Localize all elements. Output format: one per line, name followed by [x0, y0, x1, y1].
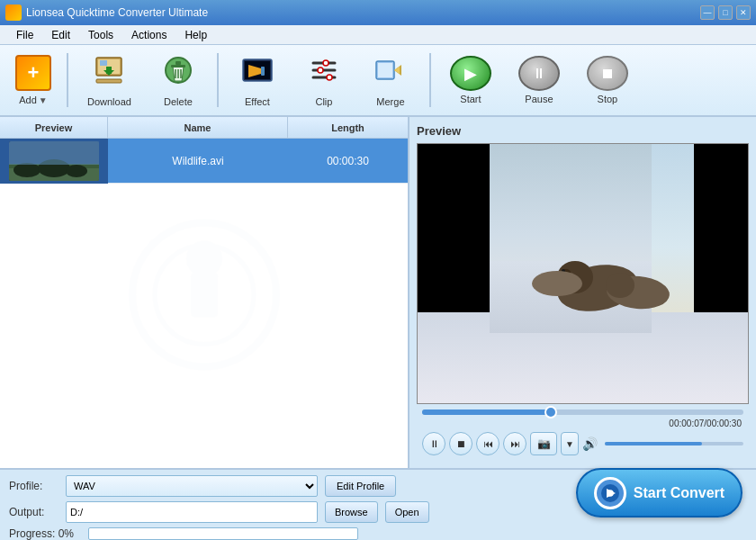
- rewind-button[interactable]: ⏮: [476, 432, 500, 455]
- pause-icon: ⏸: [518, 56, 560, 91]
- svg-point-44: [532, 271, 582, 296]
- video-preview: [417, 143, 749, 404]
- seek-bar[interactable]: [422, 410, 743, 415]
- main-content: Preview Name Length: [0, 117, 756, 468]
- pause-button[interactable]: ⏸ Pause: [507, 50, 572, 111]
- col-header-name: Name: [108, 117, 288, 139]
- svg-rect-35: [9, 141, 99, 165]
- download-icon: [93, 54, 125, 93]
- menu-help[interactable]: Help: [176, 27, 216, 43]
- file-list-body: Wildlife.avi 00:00:30: [0, 139, 408, 468]
- svg-rect-7: [171, 65, 185, 68]
- progress-row: Progress: 0%: [9, 527, 747, 540]
- profile-select[interactable]: WAV: [66, 475, 318, 497]
- open-button[interactable]: Open: [385, 501, 429, 523]
- toolbar-divider-3: [429, 53, 431, 107]
- stop-playback-button[interactable]: ⏹: [449, 432, 472, 455]
- watermark: [114, 205, 294, 402]
- clip-icon: [308, 54, 340, 93]
- svg-point-20: [323, 60, 328, 66]
- pause-label: Pause: [525, 94, 553, 104]
- start-button[interactable]: ▶ Start: [438, 50, 503, 111]
- maximize-button[interactable]: □: [718, 5, 733, 20]
- profile-label: Profile:: [9, 480, 58, 492]
- delete-label: Delete: [164, 96, 193, 107]
- output-input[interactable]: [66, 501, 318, 523]
- menu-actions[interactable]: Actions: [122, 27, 176, 43]
- svg-point-21: [318, 68, 323, 73]
- toolbar: + Add ▼ D: [0, 45, 756, 117]
- toolbar-divider-1: [67, 53, 68, 107]
- clip-label: Clip: [315, 96, 332, 107]
- toolbar-divider-2: [217, 53, 219, 107]
- start-icon: ▶: [450, 56, 491, 91]
- file-thumbnail: [0, 139, 108, 184]
- svg-point-34: [66, 165, 87, 177]
- file-name: Wildlife.avi: [108, 155, 288, 167]
- video-scene: [418, 144, 748, 403]
- merge-label: Merge: [376, 96, 404, 107]
- start-convert-button[interactable]: Start Convert: [576, 468, 742, 518]
- seek-bar-container: [417, 408, 749, 417]
- effect-label: Effect: [245, 96, 270, 107]
- app-title: Lionsea Quicktime Converter Ultimate: [26, 6, 700, 19]
- add-dropdown-arrow: ▼: [39, 95, 48, 105]
- thumbnail-image: [9, 141, 99, 181]
- menu-file[interactable]: File: [7, 27, 42, 43]
- svg-point-32: [14, 163, 40, 177]
- edit-profile-button[interactable]: Edit Profile: [325, 475, 396, 497]
- volume-slider[interactable]: [605, 442, 743, 446]
- output-label: Output:: [9, 506, 58, 518]
- table-row[interactable]: Wildlife.avi 00:00:30: [0, 139, 408, 184]
- seek-thumb: [544, 406, 557, 418]
- time-display: 00:00:07/00:00:30: [417, 417, 749, 430]
- snapshot-button[interactable]: 📷: [530, 432, 557, 455]
- effect-button[interactable]: Effect: [226, 50, 289, 111]
- file-length: 00:00:30: [288, 155, 408, 167]
- preview-label: Preview: [417, 124, 749, 138]
- svg-rect-5: [96, 79, 122, 83]
- svg-rect-28: [191, 273, 218, 318]
- close-button[interactable]: ✕: [736, 5, 751, 20]
- app-logo-icon: [5, 4, 22, 21]
- add-icon: +: [15, 55, 51, 91]
- download-label: Download: [87, 96, 131, 107]
- seek-progress: [422, 410, 551, 415]
- svg-rect-2: [100, 60, 107, 66]
- menu-bar: File Edit Tools Actions Help: [0, 25, 756, 45]
- menu-tools[interactable]: Tools: [79, 27, 122, 43]
- stop-button[interactable]: ⏹ Stop: [575, 50, 640, 111]
- preview-panel: Preview: [410, 117, 756, 468]
- delete-icon: [162, 54, 194, 93]
- svg-rect-4: [106, 67, 112, 74]
- video-controls: 00:00:07/00:00:30 ⏸ ⏹ ⏮ ⏭ 📷 ▼ 🔊: [417, 404, 749, 461]
- add-button[interactable]: + Add ▼: [7, 50, 59, 111]
- clip-button[interactable]: Clip: [292, 50, 356, 111]
- browse-button[interactable]: Browse: [325, 501, 378, 523]
- download-button[interactable]: Download: [76, 50, 143, 111]
- minimize-button[interactable]: —: [700, 5, 715, 20]
- svg-rect-24: [378, 63, 392, 77]
- svg-point-26: [155, 246, 254, 345]
- progress-bar: [88, 527, 358, 540]
- add-label: Add: [19, 94, 37, 105]
- stop-label: Stop: [598, 94, 618, 104]
- start-label: Start: [460, 94, 481, 104]
- file-list-header: Preview Name Length: [0, 117, 408, 139]
- col-header-preview: Preview: [0, 117, 108, 139]
- title-bar: Lionsea Quicktime Converter Ultimate — □…: [0, 0, 756, 25]
- play-pause-button[interactable]: ⏸: [422, 432, 446, 455]
- fast-forward-button[interactable]: ⏭: [503, 432, 526, 455]
- settings-button[interactable]: ▼: [561, 432, 579, 455]
- file-list-panel: Preview Name Length: [0, 117, 410, 468]
- progress-label: Progress: 0%: [9, 527, 74, 540]
- convert-text: Start Convert: [634, 485, 724, 501]
- volume-fill: [605, 442, 702, 446]
- delete-button[interactable]: Delete: [147, 50, 210, 111]
- menu-edit[interactable]: Edit: [42, 27, 79, 43]
- merge-button[interactable]: Merge: [359, 50, 422, 111]
- col-header-length: Length: [288, 117, 408, 139]
- svg-point-27: [186, 241, 222, 277]
- convert-icon: [594, 477, 626, 509]
- svg-point-25: [132, 223, 276, 367]
